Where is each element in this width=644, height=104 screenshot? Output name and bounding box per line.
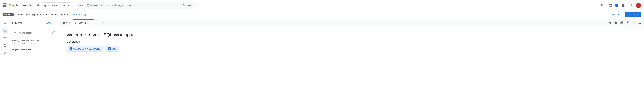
svg-text:oogle: oogle	[12, 4, 18, 7]
tb-info-icon	[614, 21, 617, 24]
hamburger-menu[interactable]	[3, 3, 7, 7]
more-horiz-icon	[54, 48, 56, 51]
search-button-label: Search	[187, 4, 194, 7]
search-help-button[interactable]: ?	[52, 31, 55, 34]
expand-icon: ▶	[12, 48, 14, 51]
search-container: Search	[76, 2, 197, 9]
explorer-search-input[interactable]	[18, 31, 51, 34]
project-item[interactable]: ▶ ydtak-test-project	[10, 46, 60, 53]
dismiss-button[interactable]: DISMISS	[610, 12, 623, 17]
project-more-button[interactable]	[53, 47, 57, 51]
apps-button[interactable]	[599, 2, 606, 9]
add-action-label: ADD	[112, 48, 116, 50]
search-icon	[183, 4, 186, 7]
collapse-icon	[53, 22, 56, 25]
compose-plus-icon: +	[70, 47, 72, 50]
sandbox-bar: SANDBOX Set up billing to upgrade to the…	[0, 11, 644, 19]
svg-text:Google Cloud: Google Cloud	[23, 4, 39, 7]
viewing-text: Viewing workspace resources.	[10, 38, 60, 42]
sandbox-content: SANDBOX Set up billing to upgrade to the…	[3, 13, 86, 16]
tab-bar-home-icon[interactable]	[607, 20, 612, 25]
tab-bar-chat-icon[interactable]	[619, 20, 624, 25]
tab-bar-spark-icon[interactable]	[625, 20, 630, 25]
help-icon	[622, 4, 625, 7]
project-selector[interactable]: YDTAK test project ▾	[42, 2, 71, 8]
project-icon	[44, 4, 47, 7]
nav-right: 1 D	[599, 2, 641, 9]
explorer-search-container: ?	[10, 28, 60, 38]
tab-untitled[interactable]: Untitled ▾ ✕	[73, 19, 94, 26]
compose-query-button[interactable]: + COMPOSE A NEW QUERY	[67, 46, 103, 52]
main-layout: Explorer + ADD ? Viewing workspace resou…	[0, 19, 644, 104]
more-vert-icon	[630, 4, 633, 7]
learn-more-link[interactable]: Learn more	[72, 13, 86, 16]
search-input[interactable]	[79, 4, 182, 7]
sidebar-icon-home[interactable]	[1, 20, 8, 27]
tab-more-button[interactable]	[101, 20, 105, 25]
google-cloud-wordmark: oogle Cloud	[12, 4, 22, 7]
tab-home-close[interactable]: ✕	[68, 21, 71, 24]
add-plus-icon: +	[108, 47, 111, 50]
explorer-search-field: ?	[12, 30, 57, 36]
project-name: YDTAK test project	[48, 4, 66, 6]
compose-query-label: COMPOSE A NEW QUERY	[73, 48, 100, 50]
help-button[interactable]	[620, 2, 626, 9]
explorer-panel: Explorer + ADD ? Viewing workspace resou…	[10, 19, 60, 104]
explorer-title: Explorer	[12, 22, 22, 25]
tab-add-icon	[96, 21, 99, 24]
cloud-shell-icon	[609, 4, 612, 7]
tb-fullscreen-icon	[638, 21, 642, 24]
sidebar-icon-history[interactable]	[1, 42, 8, 49]
project-name-label: ydtak-test-project	[15, 48, 47, 51]
tab-home-dropdown[interactable]: ▾	[66, 22, 67, 24]
user-avatar[interactable]: D	[636, 3, 641, 8]
svg-point-6	[76, 23, 76, 23]
explorer-search-icon	[14, 31, 17, 34]
dropdown-icon: ▾	[68, 3, 69, 7]
tab-home[interactable]: ▾ ✕	[61, 19, 72, 26]
tab-untitled-dropdown[interactable]: ▾	[87, 22, 88, 24]
sandbox-actions: DISMISS UPGRADE	[610, 12, 641, 17]
sidebar-icon-share[interactable]	[1, 50, 8, 56]
cloud-shell-button[interactable]	[607, 2, 614, 9]
more-options-button[interactable]	[628, 2, 634, 9]
tab-bar-more-icon[interactable]	[631, 20, 636, 25]
explorer-header: Explorer + ADD	[10, 19, 60, 28]
sidebar-icon-tune[interactable]	[1, 35, 8, 42]
tb-spark-icon	[626, 21, 629, 24]
add-action-button[interactable]: + ADD	[105, 46, 119, 52]
tb-more-icon	[632, 21, 635, 24]
explorer-add-button[interactable]: + ADD	[44, 22, 51, 24]
explorer-collapse-button[interactable]	[52, 21, 57, 25]
tab-add-button[interactable]	[94, 20, 100, 25]
show-starred-button[interactable]: SHOW STARRED ONLY	[10, 42, 60, 46]
tab-untitled-label: Untitled	[78, 22, 86, 24]
star-project-button[interactable]	[48, 47, 52, 51]
star-icon	[49, 48, 52, 51]
tab-bar-info-icon[interactable]	[613, 20, 618, 25]
notification-badge[interactable]: 1	[615, 4, 618, 7]
top-nav: G oogle Cloud Google Cloud YDTAK test pr…	[0, 0, 644, 11]
tab-untitled-close[interactable]: ✕	[89, 22, 92, 24]
tb-chat-icon	[620, 21, 623, 24]
google-g: G	[9, 3, 11, 7]
sandbox-message: Set up billing to upgrade to the full Bi…	[16, 13, 70, 16]
external-link-icon	[84, 14, 86, 16]
sandbox-badge: SANDBOX	[3, 13, 14, 16]
search-bar: Search	[76, 2, 197, 9]
tb-home-icon	[608, 21, 611, 24]
workspace-content: Welcome to your SQL Workspace! Get start…	[60, 27, 644, 104]
tab-bar: ▾ ✕ Untitled ▾ ✕	[60, 19, 644, 27]
tab-query-icon	[75, 22, 78, 24]
upgrade-button[interactable]: UPGRADE	[625, 12, 641, 17]
google-cloud-logo: G oogle Cloud Google Cloud	[9, 3, 40, 7]
sidebar-icon-search[interactable]	[1, 27, 8, 34]
content-area: ▾ ✕ Untitled ▾ ✕	[60, 19, 644, 104]
svg-point-4	[45, 5, 46, 6]
tab-bar-right	[607, 20, 643, 25]
search-button[interactable]: Search	[183, 4, 194, 7]
apps-icon	[600, 4, 604, 7]
tab-bar-fullscreen-icon[interactable]	[637, 20, 643, 25]
google-cloud-text: Google Cloud	[23, 3, 40, 7]
tab-more-icon	[102, 21, 104, 24]
